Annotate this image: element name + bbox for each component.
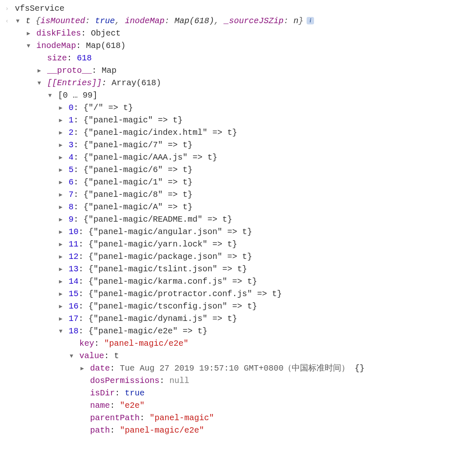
expand-arrow[interactable]: ▶ xyxy=(58,302,64,311)
prop-diskfiles[interactable]: ▶ diskFiles Object xyxy=(4,27,472,40)
entry-text: {"panel-magic/8" => t} xyxy=(83,190,193,199)
console-input-row[interactable]: › vfsService xyxy=(4,2,472,15)
entry-row[interactable]: ▶ 8 {"panel-magic/A" => t} xyxy=(4,201,472,213)
prop-name[interactable]: name "e2e" xyxy=(4,400,472,412)
spacer xyxy=(79,426,85,435)
entry-row[interactable]: ▶ 15 {"panel-magic/protractor.conf.js" =… xyxy=(4,288,472,300)
expand-arrow[interactable]: ▶ xyxy=(58,265,64,274)
expand-arrow[interactable]: ▼ xyxy=(15,17,21,26)
prop-dospermissions[interactable]: dosPermissions null xyxy=(4,375,472,387)
expand-arrow[interactable]: ▶ xyxy=(58,104,64,112)
entry-text: {"panel-magic/e2e" => t} xyxy=(88,326,207,336)
entry-text: {"panel-magic/tslint.json" => t} xyxy=(88,264,247,274)
prop-inodemap[interactable]: ▼ inodeMap Map(618) xyxy=(4,40,472,52)
spacer xyxy=(36,54,42,63)
expand-arrow[interactable]: ▶ xyxy=(58,129,64,137)
expand-arrow[interactable]: ▶ xyxy=(58,166,64,175)
expand-arrow[interactable]: ▶ xyxy=(58,153,64,162)
entry-row[interactable]: ▶ 6 {"panel-magic/1" => t} xyxy=(4,176,472,189)
expand-arrow[interactable]: ▶ xyxy=(58,228,64,237)
entry-text: {"panel-magic/dynami.js" => t} xyxy=(88,314,237,323)
expand-arrow[interactable]: ▶ xyxy=(58,141,64,150)
prop-parentpath[interactable]: parentPath "panel-magic" xyxy=(4,412,472,424)
expand-arrow[interactable]: ▶ xyxy=(58,253,64,261)
expand-arrow[interactable]: ▶ xyxy=(58,278,64,286)
entry-row[interactable]: ▶ 11 {"panel-magic/yarn.lock" => t} xyxy=(4,238,472,251)
expand-arrow[interactable]: ▶ xyxy=(58,290,64,299)
entry-row[interactable]: ▶ 4 {"panel-magic/AAA.js" => t} xyxy=(4,151,472,164)
prop-entries[interactable]: ▼ [[Entries]] Array(618) xyxy=(4,77,472,89)
entry-text: {"panel-magic/package.json" => t} xyxy=(88,252,252,261)
entry-row[interactable]: ▶ 3 {"panel-magic/7" => t} xyxy=(4,139,472,151)
expand-arrow[interactable]: ▶ xyxy=(26,29,31,38)
result-summary-row[interactable]: ‹ ▼ t {isMounted: true, inodeMap: Map(61… xyxy=(4,15,472,27)
entry-text: {"panel-magic/protractor.conf.js" => t} xyxy=(88,289,282,299)
entry-row[interactable]: ▶ 5 {"panel-magic/6" => t} xyxy=(4,164,472,176)
prop-isdir[interactable]: isDir true xyxy=(4,387,472,400)
expand-arrow[interactable]: ▶ xyxy=(79,364,85,373)
spacer xyxy=(79,377,85,385)
object-class: t xyxy=(26,16,36,26)
entry-row[interactable]: ▶ 9 {"panel-magic/README.md" => t} xyxy=(4,213,472,226)
entry-text: {"panel-magic/AAA.js" => t} xyxy=(83,153,217,162)
entry-row[interactable]: ▶ 0 {"/" => t} xyxy=(4,102,472,114)
entry-row[interactable]: ▶ 12 {"panel-magic/package.json" => t} xyxy=(4,251,472,263)
expand-arrow[interactable]: ▶ xyxy=(58,240,64,249)
expand-arrow[interactable]: ▶ xyxy=(58,315,64,323)
entry-text: {"panel-magic/A" => t} xyxy=(83,202,193,212)
expand-arrow[interactable]: ▶ xyxy=(58,203,64,212)
entry-text: {"panel-magic" => t} xyxy=(83,115,183,125)
info-icon[interactable]: i xyxy=(307,17,314,24)
entries-range[interactable]: ▼ [0 … 99] xyxy=(4,89,472,102)
entry-text: {"panel-magic/1" => t} xyxy=(83,177,193,187)
expand-arrow[interactable]: ▼ xyxy=(58,327,64,336)
console-input-value: vfsService xyxy=(15,4,64,13)
entry-text: {"panel-magic/yarn.lock" => t} xyxy=(88,239,237,249)
expand-arrow[interactable]: ▼ xyxy=(47,91,53,100)
expand-arrow[interactable]: ▶ xyxy=(36,67,42,75)
entry-row-open[interactable]: ▼ 18 {"panel-magic/e2e" => t} xyxy=(4,325,472,337)
expand-arrow[interactable]: ▶ xyxy=(58,191,64,199)
prop-date[interactable]: ▶ date Tue Aug 27 2019 19:57:10 GMT+0800… xyxy=(4,362,472,375)
entry-row[interactable]: ▶ 16 {"panel-magic/tsconfig.json" => t} xyxy=(4,300,472,313)
entry-text: {"panel-magic/7" => t} xyxy=(83,140,193,150)
entry-value[interactable]: ▼ value t xyxy=(4,350,472,362)
prop-proto[interactable]: ▶ __proto__ Map xyxy=(4,65,472,77)
expand-arrow[interactable]: › xyxy=(4,5,10,13)
return-arrow-icon: ‹ xyxy=(4,17,10,26)
entry-text: {"panel-magic/tsconfig.json" => t} xyxy=(88,302,257,311)
expand-arrow[interactable]: ▶ xyxy=(58,215,64,224)
prop-path[interactable]: path "panel-magic/e2e" xyxy=(4,424,472,437)
entry-row[interactable]: ▶ 13 {"panel-magic/tslint.json" => t} xyxy=(4,263,472,275)
spacer xyxy=(79,389,85,398)
entry-row[interactable]: ▶ 1 {"panel-magic" => t} xyxy=(4,114,472,127)
entry-row[interactable]: ▶ 10 {"panel-magic/angular.json" => t} xyxy=(4,226,472,238)
entry-key[interactable]: key "panel-magic/e2e" xyxy=(4,337,472,350)
expand-arrow[interactable]: ▶ xyxy=(58,116,64,125)
expand-arrow[interactable]: ▼ xyxy=(69,352,74,361)
spacer xyxy=(79,414,85,423)
spacer xyxy=(79,402,85,410)
spacer xyxy=(69,340,74,348)
entry-row[interactable]: ▶ 14 {"panel-magic/karma.conf.js" => t} xyxy=(4,275,472,288)
entry-text: {"panel-magic/karma.conf.js" => t} xyxy=(88,277,257,286)
prop-size[interactable]: size 618 xyxy=(4,52,472,65)
expand-arrow[interactable]: ▼ xyxy=(26,42,31,50)
entry-text: {"/" => t} xyxy=(83,103,133,112)
entry-text: {"panel-magic/index.html" => t} xyxy=(83,128,237,137)
entry-row[interactable]: ▶ 7 {"panel-magic/8" => t} xyxy=(4,189,472,201)
expand-arrow[interactable]: ▶ xyxy=(58,178,64,187)
entry-text: {"panel-magic/angular.json" => t} xyxy=(88,227,252,237)
expand-arrow[interactable]: ▼ xyxy=(36,79,42,88)
entry-text: {"panel-magic/6" => t} xyxy=(83,165,193,175)
entry-row[interactable]: ▶ 2 {"panel-magic/index.html" => t} xyxy=(4,127,472,139)
entry-text: {"panel-magic/README.md" => t} xyxy=(83,215,232,224)
entry-row[interactable]: ▶ 17 {"panel-magic/dynami.js" => t} xyxy=(4,313,472,325)
